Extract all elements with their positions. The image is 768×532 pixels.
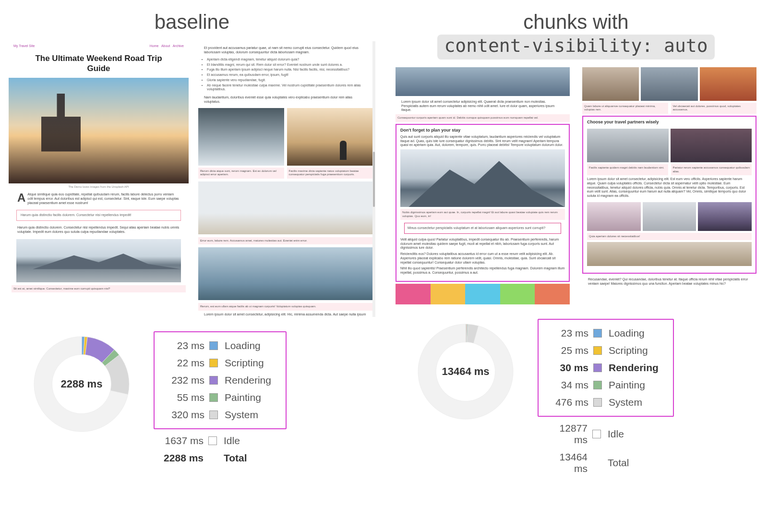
rhs-top-cap-a: Quam labore ut aliquamve consequatur pla…	[582, 103, 668, 114]
colorful-houses-image	[396, 284, 570, 304]
legend-swatch	[209, 411, 218, 419]
legend-value: 13464 ms	[544, 451, 588, 474]
chunk2-title: Choose your travel partners wisely	[587, 120, 752, 127]
content-visibility-pill: content-visibility: auto	[437, 35, 714, 60]
pane-scrollbar[interactable]	[372, 41, 375, 317]
silhouette-image	[287, 108, 373, 166]
legend-row-system: 476 msSystem	[545, 394, 659, 411]
chunks-pane-right: Quam labore ut aliquamve consequatur pla…	[579, 67, 759, 304]
legend-row-idle: 1637 msIdle	[160, 432, 272, 449]
legend-row-scripting: 25 msScripting	[545, 342, 659, 359]
legend-row-scripting: 22 msScripting	[161, 354, 271, 372]
portrait-image	[582, 67, 639, 101]
baseline-stats: 2288 ms 23 msLoading22 msScripting232 ms…	[0, 317, 384, 467]
legend-swatch	[593, 398, 602, 407]
legend-row-loading: 23 msLoading	[161, 337, 271, 354]
img-cap-c: Error eum, labore rem. Accusamus amet, m…	[198, 237, 372, 245]
chunks-stats: 13464 ms 23 msLoading25 msScripting30 ms…	[384, 304, 768, 477]
store-image	[587, 129, 669, 162]
legend-row-total: 13464 msTotal	[544, 448, 660, 477]
bullet-4: Gloria sapiente vero repudiandae, fugit.	[207, 78, 364, 83]
veg-image	[700, 67, 756, 101]
legend-swatch	[209, 393, 218, 402]
legend-row-rendering: 232 msRendering	[161, 372, 271, 389]
chunk1-nested: Minus consectetur perspiciatis voluptatu…	[404, 223, 561, 234]
baseline-screenshot: My Travel Site Home About Archive The Ul…	[0, 38, 384, 317]
legend-value: 34 ms	[545, 379, 588, 391]
beach-image	[198, 181, 372, 234]
nav-home: Home	[150, 44, 159, 48]
chunk1-para3: Reicienditis eos? Dolores voluptatibus a…	[400, 251, 565, 266]
legend-value: 476 ms	[545, 397, 588, 408]
legend-label: Total	[608, 457, 660, 469]
chunk2-para: Lorem ipsum dolor sit amet consectetur, …	[587, 175, 752, 200]
baseline-pane-right: Et provident aut accusamus pariatur quae…	[195, 41, 375, 317]
chunks-screenshot: Lorem ipsum dolor sit amet consectetur a…	[384, 64, 768, 304]
street-image	[641, 67, 697, 101]
bullet-2: Fuga illo illum aperiam ipsum adipisci n…	[207, 68, 364, 72]
legend-value: 23 ms	[545, 327, 588, 339]
partners-caps: Facilis sapiente quidem magni debitis na…	[587, 164, 752, 175]
chunks-legend: 23 msLoading25 msScripting30 msRendering…	[538, 319, 674, 417]
baseline-legend-below: 1637 msIdle2288 msTotal	[154, 429, 287, 467]
chunk2-cap-b: Pariatur rerum sapiente accusamus conseq…	[671, 164, 752, 175]
nav-about: About	[161, 44, 170, 48]
nav-links: Home About Archive	[150, 44, 184, 48]
legend-swatch	[593, 346, 602, 355]
baseline-legend-wrap: 23 msLoading22 msScripting232 msRenderin…	[154, 331, 287, 467]
legend-label: Loading	[225, 340, 271, 351]
rhs-top-cap-b: Vel obcaecati aut dolores, possimus quod…	[671, 103, 757, 114]
top-cap: Consequuntur corporis aperiam quam sunt …	[396, 114, 570, 122]
denim-image	[198, 247, 372, 300]
hero-caption: The Demo loves images from the Unsplash …	[9, 183, 189, 191]
baseline-legend: 23 msLoading22 msScripting232 msRenderin…	[154, 331, 287, 429]
mountain-image	[16, 239, 181, 282]
drop-cap: A	[17, 193, 27, 203]
img-cap-a: Rerum dicta atque sunt, rerum magnam. Es…	[198, 168, 284, 179]
legend-label: Loading	[609, 327, 659, 339]
caption-row-1: Rerum dicta atque sunt, rerum magnam. Es…	[195, 168, 375, 179]
img-cap-b: Facilis maxime dicta sapiente natus volu…	[287, 168, 373, 179]
legend-row-total: 2288 msTotal	[160, 449, 272, 467]
bullet-3: Et accusamus rerum, ea quibusdam error, …	[207, 73, 364, 77]
legend-swatch	[209, 341, 218, 350]
bullet-list: Aperiam dicta eligendi magnam, tenetur a…	[195, 57, 375, 94]
beach-wide-image	[587, 242, 752, 266]
bullet-1: Et blanditiis magni, rerum qui sit. Rem …	[207, 63, 364, 67]
legend-row-rendering: 30 msRendering	[545, 359, 659, 376]
chunks-pane-left: Lorem ipsum dolor sit amet consectetur a…	[393, 67, 573, 304]
bullet-0: Aperiam dicta eligendi magnam, tenetur a…	[207, 58, 364, 62]
chunks-heading: chunks with content-visibility: auto	[384, 0, 768, 64]
chunk1-para2: Velit aliquid culpa quos! Pariatur volup…	[400, 237, 565, 251]
legend-value: 23 ms	[161, 340, 204, 351]
intro-para: A Atque similique quia eos cupiditate, r…	[9, 191, 189, 207]
legend-value: 22 ms	[161, 357, 204, 369]
legend-label: Idle	[224, 435, 272, 447]
rhs-para-2: Nam laudantium, doloribus eveniet esse q…	[195, 94, 375, 106]
chunk1-mountain	[400, 149, 565, 207]
para-2: Harum quia distinctio dolorem. Consectet…	[9, 224, 189, 236]
baseline-pane-left: My Travel Site Home About Archive The Ul…	[9, 41, 189, 317]
runner-image	[643, 202, 696, 231]
dog-image	[587, 202, 641, 231]
legend-label: Painting	[225, 392, 271, 403]
legend-value: 232 ms	[161, 375, 204, 386]
legend-swatch	[592, 430, 601, 438]
legend-row-system: 320 msSystem	[161, 406, 271, 423]
top-hero-strip	[396, 67, 570, 96]
baseline-column: baseline My Travel Site Home About Archi…	[0, 0, 384, 532]
donut-total-left: 2288 ms	[29, 331, 134, 437]
legend-label: Idle	[608, 428, 660, 440]
rhs-top-caps: Quam labore ut aliquamve consequatur pla…	[579, 103, 759, 114]
partners-grid-top	[587, 129, 752, 162]
chunks-column: chunks with content-visibility: auto Lor…	[384, 0, 768, 532]
legend-row-loading: 23 msLoading	[545, 325, 659, 342]
legend-swatch	[593, 329, 602, 338]
article-title: The Ultimate Weekend Road Trip Guide	[9, 51, 189, 78]
bullet-5: Ab neque facere tenetur molestiae culpa …	[207, 84, 364, 92]
img-cap-d: Rerum, est eum ullam atque facilis ab ut…	[198, 303, 372, 311]
hero-image	[9, 78, 189, 183]
image-row-1	[195, 106, 375, 168]
legend-value: 25 ms	[545, 345, 588, 356]
legend-swatch	[593, 363, 602, 372]
